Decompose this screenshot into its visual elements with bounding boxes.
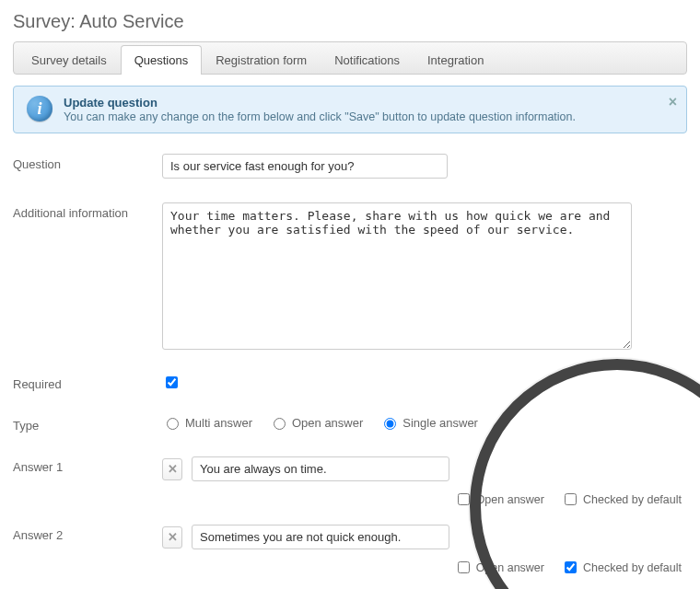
label-required: Required bbox=[13, 374, 162, 391]
answer-1-open-label: Open answer bbox=[476, 493, 544, 506]
close-icon[interactable]: × bbox=[669, 94, 677, 110]
type-open-radio[interactable] bbox=[274, 418, 286, 430]
info-title: Update question bbox=[64, 96, 576, 110]
label-additional: Additional information bbox=[13, 202, 162, 220]
answer-2-default-label: Checked by default bbox=[583, 561, 682, 574]
type-open-option[interactable]: Open answer bbox=[269, 415, 363, 430]
tab-survey-details[interactable]: Survey details bbox=[18, 45, 121, 75]
page-title: Survey: Auto Service bbox=[13, 11, 687, 32]
delete-answer-1-button[interactable]: ✕ bbox=[162, 458, 182, 480]
answer-2-open-label: Open answer bbox=[476, 561, 544, 574]
tab-integration[interactable]: Integration bbox=[414, 45, 497, 75]
answer-1-default-label: Checked by default bbox=[583, 493, 682, 506]
answer-2-input[interactable] bbox=[192, 525, 449, 549]
required-checkbox[interactable] bbox=[166, 376, 178, 388]
type-radio-group: Multi answer Open answer Single answer bbox=[162, 415, 478, 430]
type-single-radio[interactable] bbox=[384, 418, 396, 430]
type-open-label: Open answer bbox=[292, 416, 363, 430]
tab-questions[interactable]: Questions bbox=[121, 45, 203, 75]
type-single-option[interactable]: Single answer bbox=[379, 415, 478, 430]
delete-answer-2-button[interactable]: ✕ bbox=[162, 526, 182, 549]
type-single-label: Single answer bbox=[402, 416, 478, 430]
answer-1-open-checkbox[interactable] bbox=[458, 493, 470, 505]
info-banner: i Update question You can make any chang… bbox=[13, 86, 687, 133]
answer-2-default-checkbox[interactable] bbox=[565, 561, 577, 573]
info-body: You can make any change on the form belo… bbox=[64, 110, 576, 123]
label-answer-2: Answer 2 bbox=[13, 525, 162, 542]
answer-2-open-option[interactable]: Open answer bbox=[454, 559, 544, 576]
label-answer-1: Answer 1 bbox=[13, 456, 162, 474]
answer-2-open-checkbox[interactable] bbox=[458, 561, 470, 573]
question-input[interactable] bbox=[162, 154, 448, 179]
answer-1-default-checkbox[interactable] bbox=[565, 493, 577, 505]
answer-2-default-option[interactable]: Checked by default bbox=[561, 559, 682, 576]
label-question: Question bbox=[13, 154, 162, 171]
answer-1-input[interactable] bbox=[192, 456, 449, 481]
type-multi-radio[interactable] bbox=[167, 418, 179, 430]
close-icon: ✕ bbox=[168, 462, 178, 476]
additional-info-textarea[interactable]: Your time matters. Please, share with us… bbox=[162, 202, 632, 350]
tab-notifications[interactable]: Notifications bbox=[321, 45, 414, 75]
info-icon: i bbox=[27, 96, 52, 121]
close-icon: ✕ bbox=[168, 530, 178, 544]
type-multi-option[interactable]: Multi answer bbox=[162, 415, 252, 430]
tab-bar: Survey details Questions Registration fo… bbox=[13, 41, 687, 75]
tab-registration-form[interactable]: Registration form bbox=[202, 45, 321, 75]
label-type: Type bbox=[13, 415, 162, 433]
type-multi-label: Multi answer bbox=[185, 416, 252, 430]
answer-1-default-option[interactable]: Checked by default bbox=[561, 491, 682, 508]
answer-1-open-option[interactable]: Open answer bbox=[454, 491, 544, 508]
